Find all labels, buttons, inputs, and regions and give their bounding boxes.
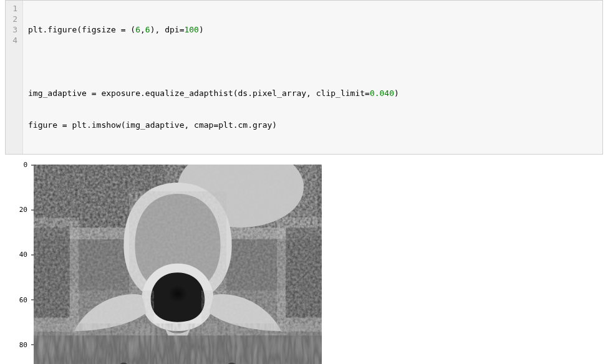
svg-rect-15 [34,228,74,322]
line-number: 1 [8,3,17,14]
y-axis-ticks: 0 20 40 60 80 100 120 [5,165,30,364]
y-tick-label: 0 [23,161,27,169]
y-tick-label: 80 [19,340,27,348]
line-number-gutter: 1 2 3 4 [6,1,23,154]
ct-scan-image [34,165,322,364]
y-tick-label: 60 [19,295,27,304]
y-tick-label: 20 [19,206,27,214]
line-number: 2 [8,14,17,24]
code-cell: 1 2 3 4 plt.figure(figsize = (6,6), dpi=… [5,0,603,155]
output-area: 0 20 40 60 80 100 120 [5,162,342,364]
code-editor[interactable]: plt.figure(figsize = (6,6), dpi=100) img… [23,1,602,154]
svg-rect-9 [34,335,322,364]
line-number: 3 [8,24,17,35]
y-tick-label: 40 [19,251,27,259]
line-number: 4 [8,35,17,46]
svg-rect-16 [281,228,322,322]
ct-image-plot [34,165,322,364]
